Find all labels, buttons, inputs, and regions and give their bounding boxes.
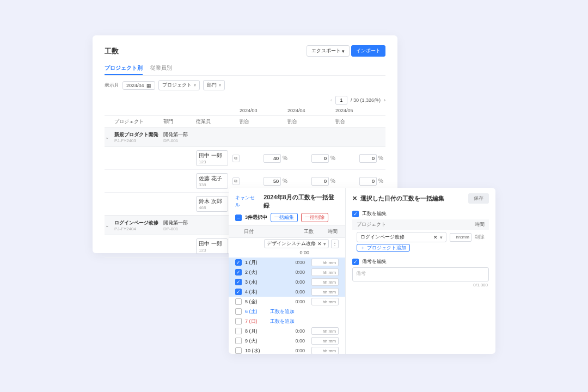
month-picker[interactable]: 2024/04▦: [122, 81, 155, 90]
project-filter[interactable]: プロジェクト▾: [158, 80, 200, 90]
day-checkbox[interactable]: [235, 328, 242, 334]
month-col: 2024/03: [240, 108, 287, 113]
day-checkbox[interactable]: ✓: [235, 259, 242, 266]
ratio-input[interactable]: [311, 177, 329, 186]
col-hours: 工数: [261, 228, 314, 235]
ratio-input[interactable]: [264, 177, 281, 186]
select-all-checkbox[interactable]: –: [235, 215, 242, 221]
right-panel-title: 選択した日付の工数を一括編集: [360, 194, 444, 203]
calendar-icon: ▦: [146, 83, 151, 88]
dept-code: DP-001: [163, 138, 196, 143]
ratio-input[interactable]: [264, 154, 281, 163]
expand-icon[interactable]: ⌄: [105, 134, 110, 140]
day-checkbox[interactable]: [235, 298, 242, 305]
copy-icon[interactable]: ⧉: [232, 155, 240, 162]
day-label: 8 (月): [245, 328, 267, 335]
dept-filter[interactable]: 部門▾: [203, 80, 225, 90]
pager-prev[interactable]: ‹: [330, 97, 332, 103]
day-time-input[interactable]: [311, 268, 339, 276]
day-checkbox[interactable]: [235, 308, 242, 315]
employee-select[interactable]: 田中 一郎123: [196, 238, 228, 254]
chevron-down-icon: ▾: [323, 241, 326, 247]
dept-name: 開発第一部: [163, 219, 196, 226]
clear-icon[interactable]: ✕: [317, 241, 322, 247]
day-row[interactable]: ✓1 (月)0:00: [229, 258, 345, 267]
chevron-down-icon: ▾: [194, 83, 196, 88]
close-icon[interactable]: ✕: [352, 195, 357, 202]
ratio-input[interactable]: [359, 177, 377, 186]
day-checkbox[interactable]: ✓: [235, 279, 242, 285]
cancel-button[interactable]: キャンセル: [235, 194, 259, 209]
day-row[interactable]: 9 (火)0:00: [229, 336, 345, 346]
day-time-input[interactable]: [311, 347, 339, 354]
day-checkbox[interactable]: ✓: [235, 289, 242, 295]
month-col: 2024/05: [335, 108, 383, 113]
day-row[interactable]: 5 (金)0:00: [229, 297, 345, 307]
day-row[interactable]: 8 (月)0:00: [229, 326, 345, 336]
day-row[interactable]: 10 (水)0:00: [229, 346, 345, 354]
copy-icon[interactable]: ⧉: [232, 177, 240, 185]
employee-select[interactable]: 鈴木 次郎468: [196, 196, 228, 212]
ratio-input[interactable]: [311, 154, 329, 163]
day-label: 6 (土): [245, 308, 267, 315]
tab-employee[interactable]: 従業員別: [150, 62, 172, 75]
employee-select[interactable]: 佐藤 花子338: [196, 173, 228, 189]
day-hours: 0:00: [290, 279, 305, 285]
day-row[interactable]: ✓2 (火)0:00: [229, 267, 345, 277]
day-time-input[interactable]: [311, 327, 339, 335]
day-checkbox[interactable]: [235, 347, 242, 354]
project-name: ログインページ改修: [114, 219, 163, 226]
tab-project[interactable]: プロジェクト別: [105, 62, 143, 75]
memo-textarea[interactable]: 備考: [352, 267, 489, 281]
expand-icon[interactable]: ⌄: [105, 223, 110, 228]
day-checkbox[interactable]: [235, 338, 242, 344]
project-code: PJ-FY2404: [114, 226, 163, 231]
employee-select[interactable]: 田中 一郎123: [196, 150, 228, 166]
day-row[interactable]: 6 (土)工数を追加: [229, 307, 345, 316]
add-hours-link[interactable]: 工数を追加: [270, 318, 295, 325]
bulk-delete-button[interactable]: 一括削除: [301, 213, 328, 222]
day-hours: 0:00: [290, 338, 305, 344]
dialog-title: 2024年8月の工数を一括登録: [264, 193, 339, 210]
day-label: 1 (月): [245, 259, 267, 266]
day-time-input[interactable]: [311, 278, 339, 286]
day-label: 4 (木): [245, 289, 267, 296]
day-row[interactable]: 7 (日)工数を追加: [229, 316, 345, 326]
add-hours-link[interactable]: 工数を追加: [270, 308, 295, 315]
col-dept: 部門: [163, 118, 196, 125]
pager-page-input[interactable]: [335, 96, 347, 105]
day-time-input[interactable]: [311, 298, 339, 305]
col-project: プロジェクト: [114, 118, 163, 125]
page-title: 工数: [105, 46, 119, 56]
day-checkbox[interactable]: ✓: [235, 269, 242, 275]
day-label: 5 (金): [245, 298, 267, 305]
bulk-edit-button[interactable]: 一括編集: [271, 213, 298, 222]
day-time-input[interactable]: [311, 337, 339, 345]
day-time-input[interactable]: [311, 288, 339, 296]
clear-icon[interactable]: ✕: [433, 235, 438, 240]
edit-hours-checkbox[interactable]: ✓: [352, 211, 359, 217]
more-menu[interactable]: ⋮: [331, 240, 339, 248]
add-project-button[interactable]: ＋ プロジェクト追加: [357, 244, 410, 252]
pager-next[interactable]: ›: [384, 97, 385, 103]
day-row[interactable]: ✓4 (木)0:00: [229, 287, 345, 297]
day-label: 9 (火): [245, 338, 267, 345]
chevron-down-icon: ▾: [219, 83, 221, 88]
pager: ‹ / 30 (1,326件) ›: [105, 96, 385, 105]
save-button[interactable]: 保存: [468, 193, 489, 204]
export-button[interactable]: エクスポート ▾: [307, 45, 350, 57]
edit-memo-label: 備考を編集: [362, 258, 387, 265]
day-time-input[interactable]: [311, 259, 339, 266]
time-input[interactable]: [450, 233, 471, 242]
day-checkbox[interactable]: [235, 318, 242, 324]
day-hours: 0:00: [290, 289, 305, 295]
bulk-register-dialog: キャンセル 2024年8月の工数を一括登録 – 3件選択中 一括編集 一括削除 …: [229, 188, 495, 354]
edit-memo-checkbox[interactable]: ✓: [352, 259, 359, 265]
import-button[interactable]: インポート: [351, 45, 385, 57]
day-row[interactable]: ✓3 (水)0:00: [229, 277, 345, 287]
view-tabs: プロジェクト別 従業員別: [105, 62, 385, 76]
project-select[interactable]: ログインページ改修✕▾: [357, 232, 446, 242]
delete-row-button[interactable]: 削除: [475, 234, 485, 241]
project-chip[interactable]: デザインシステム改修✕▾: [264, 239, 329, 248]
ratio-input[interactable]: [359, 154, 377, 163]
